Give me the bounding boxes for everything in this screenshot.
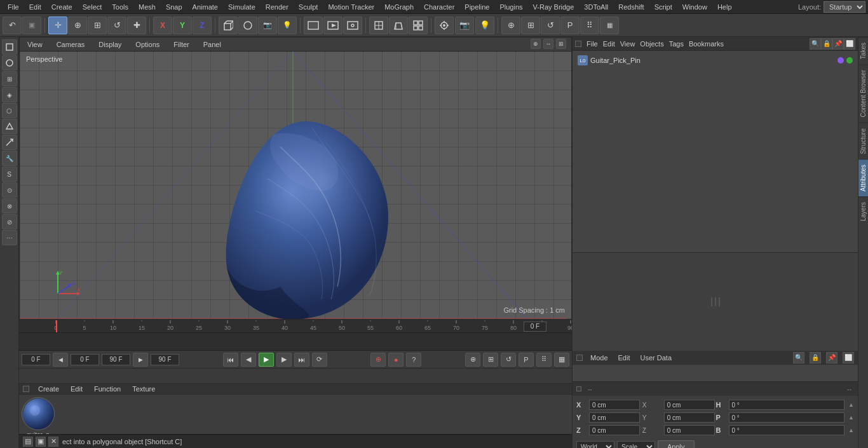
rp-file[interactable]: File — [584, 39, 600, 49]
coord-y-value[interactable]: 0 cm — [589, 412, 640, 423]
rp-view[interactable]: View — [618, 39, 638, 49]
camera-button[interactable]: 📷 — [258, 17, 277, 34]
attr-userdata[interactable]: User Data — [638, 353, 675, 363]
menu-help[interactable]: Help — [712, 2, 737, 12]
menu-create[interactable]: Create — [46, 2, 78, 12]
layout-select[interactable]: Startup — [824, 1, 865, 13]
sidebar-tool-10[interactable]: ⊙ — [2, 182, 17, 198]
obj-visibility-dot[interactable] — [837, 57, 844, 64]
frame-start-input[interactable]: 0 F — [22, 354, 50, 365]
menu-motion-tracker[interactable]: Motion Tracker — [323, 2, 379, 12]
scale-button[interactable]: ⊞ — [88, 17, 107, 34]
menu-pipeline[interactable]: Pipeline — [459, 2, 494, 12]
menu-render[interactable]: Render — [261, 2, 294, 12]
obj-render-dot[interactable] — [846, 57, 853, 64]
tab-layers[interactable]: Layers — [858, 196, 868, 226]
menu-3dtoall[interactable]: 3DToAll — [579, 2, 613, 12]
viewport-canvas[interactable]: Perspective — [20, 51, 571, 319]
material-thumb[interactable] — [22, 397, 55, 430]
world-select[interactable]: World — [576, 441, 614, 448]
menu-sculpt[interactable]: Sculpt — [294, 2, 323, 12]
vp-icon-3[interactable]: ⊞ — [556, 39, 566, 49]
coord-b-value[interactable]: 0 ° — [729, 425, 845, 435]
rp-objects[interactable]: Objects — [637, 39, 666, 49]
tool4[interactable]: P — [560, 17, 580, 34]
tab-attributes[interactable]: Attributes — [858, 159, 868, 196]
transform-button[interactable]: ✚ — [127, 17, 146, 34]
tc-btn-4[interactable]: P — [519, 353, 534, 367]
view-4[interactable] — [409, 17, 428, 34]
rotate-button[interactable]: ↺ — [107, 17, 126, 34]
vp-menu-panel[interactable]: Panel — [200, 39, 225, 50]
sidebar-tool-5[interactable]: ⬡ — [2, 103, 17, 118]
tool6[interactable]: ▦ — [600, 17, 619, 34]
go-first-frame[interactable]: ⏮ — [223, 353, 238, 367]
axis-z[interactable]: Z — [193, 17, 212, 34]
render-preview[interactable] — [304, 17, 323, 34]
pin-button[interactable]: 📌 — [832, 38, 844, 50]
attr-edit[interactable]: Edit — [616, 353, 633, 363]
rp-tags[interactable]: Tags — [667, 39, 686, 49]
coord-h-value[interactable]: 0 ° — [729, 400, 845, 410]
redo-button[interactable]: ▣ — [22, 17, 41, 34]
apply-button[interactable]: Apply — [658, 440, 695, 448]
vp-icon-1[interactable]: ⊕ — [531, 39, 541, 49]
mat-function[interactable]: Function — [92, 384, 123, 394]
frame-end-input[interactable]: 90 F — [102, 354, 130, 365]
sidebar-tool-11[interactable]: ⊗ — [2, 198, 17, 214]
snap-toggle[interactable] — [435, 17, 454, 34]
undo-button[interactable]: ↶ — [3, 17, 22, 34]
prev-frame[interactable]: ◀ — [241, 353, 256, 367]
menu-select[interactable]: Select — [78, 2, 107, 12]
sidebar-tool-8[interactable]: 🔧 — [2, 151, 17, 166]
frame-current-input[interactable]: 0 F — [71, 354, 99, 365]
tool1[interactable]: ⊕ — [501, 17, 520, 34]
menu-character[interactable]: Character — [419, 2, 459, 12]
sidebar-tool-3[interactable]: ⊞ — [2, 71, 17, 86]
material-item[interactable]: guitar_p — [22, 397, 55, 438]
tc-btn-1[interactable]: ⊕ — [465, 353, 480, 367]
timeline-ruler[interactable]: 0 5 10 15 20 25 30 — [19, 320, 572, 333]
help-button[interactable]: ? — [406, 353, 421, 367]
sidebar-tool-13[interactable]: ⋯ — [2, 230, 17, 245]
render-active[interactable] — [323, 17, 342, 34]
tc-btn-5[interactable]: ⠿ — [536, 353, 552, 367]
status-icon-3[interactable]: ✕ — [48, 437, 58, 447]
attr-max-btn[interactable]: ⬜ — [843, 352, 854, 363]
go-last-frame[interactable]: ⏭ — [294, 353, 309, 367]
coord-z-value[interactable]: 0 cm — [589, 425, 640, 435]
frame-max-input[interactable]: 90 F — [151, 354, 179, 365]
vp-menu-view[interactable]: View — [24, 39, 46, 50]
attr-pin-btn[interactable]: 📌 — [826, 352, 837, 363]
status-icon-1[interactable]: ▤ — [23, 437, 33, 447]
tab-structure[interactable]: Structure — [858, 123, 868, 160]
menu-tools[interactable]: Tools — [107, 2, 133, 12]
sidebar-tool-9[interactable]: S — [2, 166, 17, 182]
tool5[interactable]: ⠿ — [580, 17, 599, 34]
mat-texture[interactable]: Texture — [130, 384, 158, 394]
menu-animate[interactable]: Animate — [187, 2, 223, 12]
add-keyframe[interactable]: ⊕ — [370, 353, 386, 367]
light-toggle[interactable]: 💡 — [475, 17, 494, 34]
menu-script[interactable]: Script — [649, 2, 677, 12]
sidebar-tool-6[interactable] — [2, 119, 17, 134]
coord-p-value[interactable]: 0 ° — [729, 412, 845, 423]
tab-takes[interactable]: Takes — [858, 37, 868, 64]
menu-mograph[interactable]: MoGraph — [379, 2, 419, 12]
object-row-guitar[interactable]: L0 Guitar_Pick_Pin — [575, 53, 855, 67]
coord-x-value[interactable]: 0 cm — [589, 400, 640, 410]
sidebar-tool-7[interactable] — [2, 135, 17, 150]
mat-edit[interactable]: Edit — [68, 384, 85, 394]
menu-mesh[interactable]: Mesh — [133, 2, 161, 12]
play-button[interactable]: ▶ — [259, 353, 274, 367]
sidebar-tool-1[interactable] — [2, 39, 17, 55]
attr-mode[interactable]: Mode — [588, 353, 611, 363]
light-button[interactable]: 💡 — [278, 17, 297, 34]
attr-search-btn[interactable]: 🔍 — [793, 352, 804, 363]
frame-step-fwd[interactable]: ▶ — [133, 353, 148, 367]
lock-button[interactable]: 🔒 — [821, 38, 832, 50]
menu-snap[interactable]: Snap — [161, 2, 187, 12]
rp-bookmarks[interactable]: Bookmarks — [686, 39, 726, 49]
maximize-button[interactable]: ⬜ — [844, 38, 855, 50]
vp-menu-display[interactable]: Display — [95, 39, 125, 50]
